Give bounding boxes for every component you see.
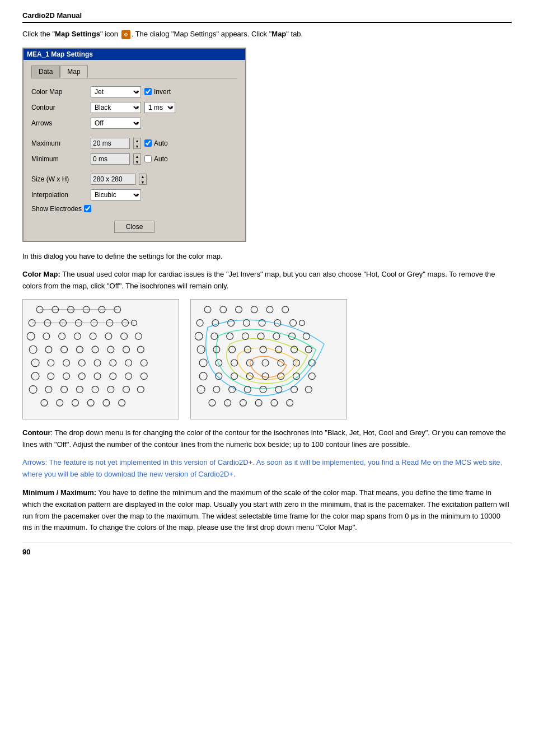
- svg-point-46: [29, 385, 37, 393]
- contour-select[interactable]: Black Jet Hot Cool Grey Off: [91, 102, 141, 113]
- contour-paragraph: Contour: The drop down menu is for chang…: [22, 427, 512, 451]
- maximum-down-arrow[interactable]: ▼: [134, 144, 140, 150]
- contour-ms-select[interactable]: 1 ms 2 ms 5 ms: [144, 102, 175, 113]
- svg-point-58: [103, 399, 110, 406]
- tab-map[interactable]: Map: [60, 66, 87, 78]
- invert-checkbox-label[interactable]: Invert: [144, 88, 171, 96]
- svg-point-72: [204, 306, 211, 313]
- svg-point-103: [216, 360, 222, 366]
- svg-point-45: [140, 373, 147, 380]
- svg-point-104: [231, 360, 238, 366]
- minimum-input[interactable]: [91, 153, 130, 165]
- intro-paragraph: Click the "Map Settings" icon ⚙. The dia…: [22, 29, 512, 40]
- svg-point-15: [43, 333, 50, 339]
- svg-point-94: [197, 346, 205, 353]
- svg-point-28: [123, 346, 130, 353]
- size-spinner[interactable]: ▲ ▼: [139, 174, 147, 185]
- svg-point-80: [228, 320, 235, 326]
- invert-checkbox[interactable]: [144, 88, 152, 95]
- intro-bold1: Map Settings: [55, 30, 100, 38]
- tab-data[interactable]: Data: [31, 66, 60, 78]
- svg-point-39: [48, 373, 54, 380]
- electrodes-row: [22, 299, 512, 419]
- minimum-spinner[interactable]: ▲ ▼: [133, 153, 141, 165]
- size-down-arrow[interactable]: ▼: [139, 180, 146, 185]
- svg-point-96: [229, 346, 236, 353]
- svg-point-38: [31, 372, 39, 380]
- svg-point-78: [196, 320, 203, 326]
- svg-point-101: [305, 346, 312, 353]
- interpolation-select-wrapper: Bicubic Bilinear Nearest: [91, 189, 141, 200]
- electrode-panel-left: [22, 299, 179, 419]
- size-input[interactable]: [91, 174, 135, 185]
- svg-point-32: [63, 360, 70, 366]
- svg-point-24: [61, 346, 68, 353]
- page-number: 90: [22, 543, 512, 556]
- svg-point-53: [137, 386, 144, 393]
- svg-point-25: [76, 346, 83, 353]
- svg-point-17: [74, 333, 81, 339]
- maximum-auto-checkbox[interactable]: [144, 139, 152, 147]
- svg-point-34: [94, 360, 101, 366]
- svg-point-84: [290, 320, 297, 326]
- color-map-select[interactable]: Jet Hot Cool Grey Off: [91, 86, 141, 97]
- svg-point-88: [227, 333, 233, 339]
- minimum-down-arrow[interactable]: ▼: [134, 160, 140, 165]
- svg-point-79: [212, 320, 219, 326]
- svg-point-74: [236, 306, 242, 313]
- maximum-spinner[interactable]: ▲ ▼: [133, 138, 141, 149]
- contour-bold: Contour: [22, 428, 51, 437]
- size-up-arrow[interactable]: ▲: [139, 174, 146, 180]
- minimum-auto-label[interactable]: Auto: [144, 155, 168, 163]
- contour-row: Contour Black Jet Hot Cool Grey Off 1 ms…: [31, 102, 237, 113]
- svg-point-41: [78, 373, 85, 380]
- svg-point-30: [31, 359, 39, 367]
- minimum-up-arrow[interactable]: ▲: [134, 154, 140, 160]
- svg-point-112: [231, 373, 238, 380]
- svg-point-42: [94, 373, 101, 380]
- svg-point-126: [209, 399, 216, 406]
- dialog-desc: In this dialog you have to define the se…: [22, 251, 512, 263]
- svg-point-48: [61, 386, 68, 393]
- svg-point-113: [246, 373, 253, 380]
- svg-point-124: [291, 386, 298, 393]
- arrows-select[interactable]: Off On: [91, 118, 141, 129]
- svg-point-98: [260, 346, 266, 353]
- maximum-input[interactable]: [91, 138, 130, 149]
- maximum-up-arrow[interactable]: ▲: [134, 138, 140, 144]
- svg-point-33: [78, 360, 85, 366]
- svg-point-73: [220, 306, 227, 313]
- show-electrodes-row: Show Electrodes: [31, 205, 237, 213]
- svg-point-55: [57, 399, 63, 406]
- color-map-select-wrapper: Jet Hot Cool Grey Off: [91, 86, 141, 97]
- maximum-auto-label[interactable]: Auto: [144, 139, 168, 147]
- minimum-label: Minimum: [31, 155, 87, 163]
- maximum-row: Maximum ▲ ▼ Auto: [31, 138, 237, 149]
- svg-point-93: [303, 333, 310, 339]
- contour-label: Contour: [31, 104, 87, 111]
- interpolation-select[interactable]: Bicubic Bilinear Nearest: [91, 189, 141, 200]
- arrows-paragraph: Arrows: The feature is not yet implement…: [22, 457, 512, 480]
- svg-point-86: [195, 332, 203, 340]
- svg-point-44: [125, 373, 132, 380]
- close-button[interactable]: Close: [114, 221, 155, 233]
- svg-point-111: [216, 373, 222, 380]
- invert-label: Invert: [154, 88, 171, 96]
- svg-point-89: [242, 333, 249, 339]
- color-map-paragraph: Color Map: The usual used color map for …: [22, 269, 512, 292]
- svg-point-22: [29, 346, 37, 353]
- contour-ms-select-wrapper: 1 ms 2 ms 5 ms: [144, 102, 175, 113]
- intro-bold2: Map: [271, 30, 286, 38]
- show-electrodes-checkbox[interactable]: [84, 205, 91, 212]
- minmax-paragraph: Minimum / Maximum: You have to define th…: [22, 487, 512, 534]
- svg-point-36: [125, 360, 132, 366]
- svg-point-75: [251, 306, 257, 313]
- contour-text-body: : The drop down menu is for changing the…: [22, 428, 506, 449]
- minmax-bold: Minimum / Maximum:: [22, 488, 96, 497]
- minimum-auto-checkbox[interactable]: [144, 155, 152, 162]
- svg-point-131: [287, 399, 293, 406]
- svg-point-43: [110, 373, 116, 380]
- svg-point-51: [107, 386, 114, 393]
- svg-point-26: [92, 346, 99, 353]
- svg-point-106: [262, 360, 269, 366]
